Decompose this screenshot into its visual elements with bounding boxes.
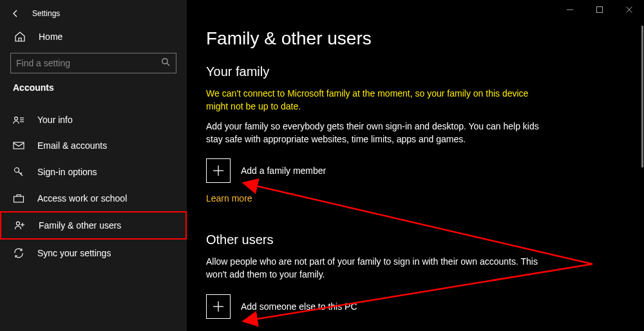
key-icon [13,166,26,178]
mail-icon [13,141,26,150]
sidebar-item-label: Sign-in options [37,167,97,177]
sidebar-item-label: Your info [37,115,73,125]
search-box[interactable] [10,53,176,73]
people-add-icon [14,220,27,231]
back-button[interactable] [8,6,23,21]
maximize-button[interactable] [585,0,614,19]
svg-line-9 [21,173,22,174]
family-header: Your family [206,64,618,79]
titlebar: Settings [0,3,187,24]
sidebar-item-family-other-users[interactable]: Family & other users [0,211,187,240]
sidebar-item-label: Access work or school [37,193,127,203]
sidebar-item-label: Family & other users [39,220,121,231]
sidebar: Settings Home Accounts Your info Email &… [0,0,187,331]
svg-rect-15 [597,7,603,13]
sidebar-item-your-info[interactable]: Your info [0,107,187,133]
svg-line-1 [167,63,169,66]
svg-point-7 [15,168,19,173]
family-warning-text: We can't connect to Microsoft family at … [206,87,541,113]
add-other-user-button[interactable]: Add someone else to this PC [206,294,618,319]
plus-box [206,294,231,319]
close-icon [625,6,633,14]
page-title: Family & other users [206,28,618,49]
search-input[interactable] [16,58,161,68]
home-link[interactable]: Home [0,24,187,49]
svg-rect-6 [14,142,24,149]
sidebar-item-access-work-school[interactable]: Access work or school [0,185,187,211]
add-other-user-label: Add someone else to this PC [241,301,357,312]
svg-point-11 [16,222,19,225]
sidebar-item-label: Sync your settings [37,248,111,258]
svg-rect-10 [14,196,24,202]
family-description: Add your family so everybody gets their … [206,120,541,146]
sync-icon [13,247,26,259]
window-controls [555,0,644,19]
plus-icon [212,164,225,177]
content-area: Family & other users Your family We can'… [187,0,644,331]
plus-icon [212,300,225,313]
minimize-button[interactable] [555,0,585,19]
app-title: Settings [32,9,60,18]
other-users-description: Allow people who are not part of your fa… [206,255,541,281]
arrow-left-icon [10,8,21,19]
sidebar-item-email-accounts[interactable]: Email & accounts [0,133,187,158]
svg-point-2 [15,117,18,120]
sidebar-item-sync-settings[interactable]: Sync your settings [0,240,187,267]
add-family-member-label: Add a family member [241,166,326,176]
sidebar-item-sign-in-options[interactable]: Sign-in options [0,158,187,185]
svg-point-0 [162,58,167,63]
sidebar-section-header: Accounts [0,80,187,102]
briefcase-icon [13,193,26,203]
close-button[interactable] [614,0,644,19]
home-label: Home [39,32,62,42]
person-card-icon [13,115,26,124]
scrollbar[interactable] [641,26,643,167]
other-users-header: Other users [206,232,618,247]
learn-more-link[interactable]: Learn more [206,193,252,203]
minimize-icon [566,6,574,14]
plus-box [206,158,231,183]
add-family-member-button[interactable]: Add a family member [206,158,618,183]
home-icon [14,31,27,43]
search-icon [161,57,171,70]
maximize-icon [596,6,603,14]
nav-list: Your info Email & accounts Sign-in optio… [0,102,187,267]
sidebar-item-label: Email & accounts [37,140,107,151]
